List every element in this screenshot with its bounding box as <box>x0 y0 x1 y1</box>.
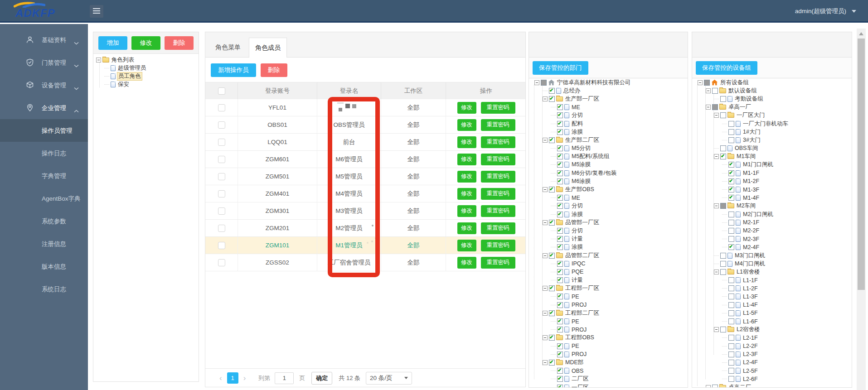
tree-node[interactable]: M1门口闸机 <box>695 161 852 169</box>
collapse-icon[interactable] <box>543 220 548 225</box>
tree-checkbox-checked[interactable] <box>557 244 563 250</box>
tree-checkbox-checked[interactable] <box>557 195 563 201</box>
tree-checkbox-checked[interactable] <box>720 154 726 159</box>
tree-node[interactable]: 所有设备组 <box>695 78 852 87</box>
table-row[interactable]: ZGM601M6管理员全部修改重置密码 <box>205 151 525 168</box>
tree-node[interactable]: PE <box>532 342 688 350</box>
tree-checkbox-checked[interactable] <box>728 162 734 168</box>
sidebar-item-device-mgmt[interactable]: 设备管理 <box>0 74 88 96</box>
tree-node[interactable]: 品管部一厂区 <box>532 218 688 226</box>
tree-node[interactable]: 保安 <box>93 81 199 89</box>
tree-node[interactable]: M5配料/系统组 <box>532 153 688 161</box>
sidebar-item-access-control[interactable]: 门禁管理 <box>0 51 88 74</box>
tree-node[interactable]: 生产部一厂区 <box>532 95 688 103</box>
tree-node[interactable]: M5分切 <box>532 144 688 153</box>
edit-button[interactable]: 修改 <box>457 154 476 165</box>
role-add-button[interactable]: 增加 <box>98 36 127 50</box>
tree-node[interactable]: 工程部二厂区 <box>532 309 688 317</box>
tree-checkbox-checked[interactable] <box>549 137 555 143</box>
tree-checkbox-unchecked[interactable] <box>728 368 734 374</box>
tree-node[interactable]: OBS车间 <box>695 144 852 153</box>
tree-node[interactable]: 生产部OBS <box>532 185 688 193</box>
reset-password-button[interactable]: 重置密码 <box>481 257 515 269</box>
tree-node[interactable]: 工程部一厂区 <box>532 284 688 293</box>
tree-node[interactable]: 涂膜 <box>532 128 688 136</box>
row-checkbox[interactable] <box>218 242 225 249</box>
tree-checkbox-unchecked[interactable] <box>728 360 734 366</box>
tree-node[interactable]: MDE部 <box>532 358 688 366</box>
reset-password-button[interactable]: 重置密码 <box>481 171 515 183</box>
collapse-icon[interactable] <box>543 335 548 340</box>
row-checkbox[interactable] <box>218 121 225 129</box>
tree-node[interactable]: 考勤设备组 <box>695 95 852 103</box>
tree-node[interactable]: M1-1F <box>695 169 852 177</box>
menu-toggle-button[interactable] <box>90 5 103 18</box>
edit-button[interactable]: 修改 <box>457 119 476 131</box>
tree-checkbox-checked[interactable] <box>557 145 563 151</box>
tree-checkbox-unchecked[interactable] <box>728 335 734 341</box>
reset-password-button[interactable]: 重置密码 <box>481 240 515 251</box>
save-device-groups-button[interactable]: 保存管控的设备组 <box>696 61 757 75</box>
tree-checkbox-partial[interactable] <box>704 80 710 86</box>
tree-node[interactable]: PE <box>532 317 688 325</box>
tree-node[interactable]: M2-1F <box>695 218 852 226</box>
collapse-icon[interactable] <box>714 270 719 274</box>
tree-node[interactable]: M1-3F <box>695 185 852 193</box>
tree-checkbox-unchecked[interactable] <box>728 294 734 299</box>
tree-checkbox-checked[interactable] <box>549 285 555 291</box>
edit-button[interactable]: 修改 <box>457 240 476 251</box>
tree-checkbox-checked[interactable] <box>557 236 563 242</box>
tree-checkbox-unchecked[interactable] <box>728 376 734 382</box>
table-row[interactable]: ZGSS02工厂宿舍管理员全部修改重置密码 <box>205 254 525 271</box>
tree-node[interactable]: 宁德卓高新材料科技有限公司 <box>532 78 688 87</box>
tree-checkbox-unchecked[interactable] <box>728 220 734 226</box>
tree-checkbox-unchecked[interactable] <box>720 269 726 275</box>
tree-checkbox-unchecked[interactable] <box>720 327 726 332</box>
tree-node[interactable]: IPQC <box>532 260 688 268</box>
row-checkbox[interactable] <box>218 104 225 111</box>
tree-checkbox-unchecked[interactable] <box>712 88 718 94</box>
tree-node[interactable]: M6涂膜 <box>532 177 688 185</box>
tree-node[interactable]: L2-1F <box>695 334 852 342</box>
tree-node[interactable]: 品管部二厂区 <box>532 251 688 260</box>
tree-node[interactable]: L1宿舍楼 <box>695 268 852 276</box>
tree-checkbox-checked[interactable] <box>557 385 563 387</box>
save-departments-button[interactable]: 保存管控的部门 <box>533 61 588 75</box>
tree-checkbox-checked[interactable] <box>557 302 563 308</box>
tree-checkbox-checked[interactable] <box>557 170 563 176</box>
tree-checkbox-unchecked[interactable] <box>728 310 734 316</box>
tree-node[interactable]: PQE <box>532 268 688 276</box>
tree-checkbox-unchecked[interactable] <box>728 228 734 234</box>
tree-node[interactable]: M3门口闸机 <box>695 251 852 260</box>
tree-checkbox-checked[interactable] <box>557 376 563 382</box>
tree-checkbox-unchecked[interactable] <box>728 351 734 357</box>
tree-node[interactable]: 涂膜 <box>532 210 688 218</box>
edit-button[interactable]: 修改 <box>457 205 476 217</box>
user-menu[interactable]: admin(超级管理员) <box>795 0 856 23</box>
page-scrollbar[interactable] <box>857 29 866 390</box>
tree-node[interactable]: M2门口闸机 <box>695 210 852 218</box>
table-row[interactable]: YFL01全部修改重置密码 <box>205 99 525 116</box>
tree-node[interactable]: L1-1F <box>695 276 852 284</box>
row-checkbox[interactable] <box>218 259 225 266</box>
edit-button[interactable]: 修改 <box>457 136 476 148</box>
tree-node[interactable]: 生产部二厂区 <box>532 136 688 144</box>
add-operator-button[interactable]: 新增操作员 <box>211 63 256 77</box>
sidebar-subitem-agentbox-dict[interactable]: AgentBox字典 <box>0 187 88 210</box>
tree-checkbox-checked[interactable] <box>557 269 563 275</box>
tree-checkbox-checked[interactable] <box>728 178 734 184</box>
collapse-icon[interactable] <box>543 286 548 291</box>
tree-node[interactable]: PROJ <box>532 301 688 309</box>
row-checkbox[interactable] <box>218 173 225 180</box>
select-all-checkbox[interactable] <box>218 87 225 95</box>
tree-node[interactable]: L1-5F <box>695 309 852 317</box>
tree-node[interactable]: 角色列表 <box>93 56 199 64</box>
collapse-icon[interactable] <box>543 360 548 365</box>
tree-node[interactable]: M6分切/复卷/包装 <box>532 169 688 177</box>
tree-checkbox-checked[interactable] <box>557 154 563 159</box>
tree-node[interactable]: 默认设备组 <box>695 87 852 95</box>
tree-checkbox-unchecked[interactable] <box>728 318 734 324</box>
tree-node[interactable]: 员工角色 <box>93 72 199 80</box>
table-row[interactable]: ZGM401M4管理员全部修改重置密码 <box>205 185 525 202</box>
tree-node[interactable]: M2车间 <box>695 202 852 210</box>
